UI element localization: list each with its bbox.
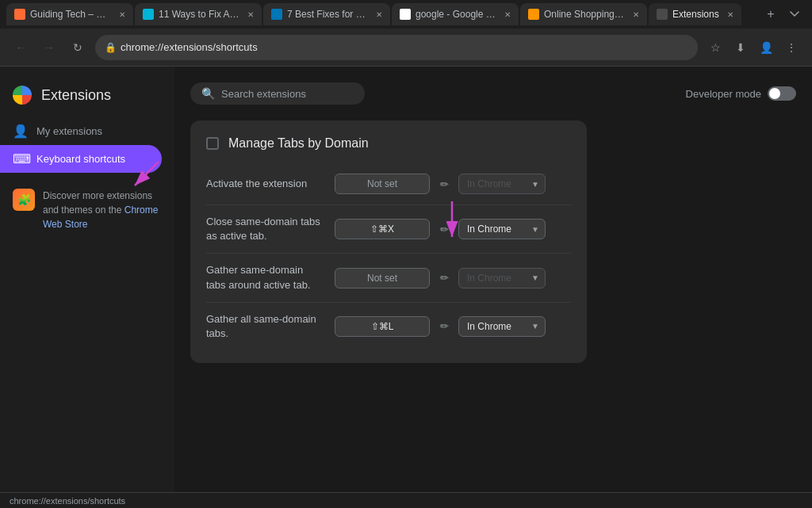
download-icon[interactable]: ⬇ [730,36,752,59]
browser-tab-tab-1[interactable]: Guiding Tech – How To A… ✕ [6,3,133,25]
toolbar-actions: ☆ ⬇ 👤 ⋮ [704,36,802,59]
sidebar-title: Extensions [41,87,111,104]
shortcut-row-gather-all: Gather all same-domain tabs. ✏ In Chrome… [206,306,571,347]
sidebar: Extensions 👤 My extensions ⌨ Keyboard sh… [0,67,174,492]
browser-tab-tab-5[interactable]: Online Shopping Site fo… ✕ [520,3,647,25]
back-button[interactable]: ← [10,36,32,59]
shortcut-row-close-same-domain: Close same-domain tabs as active tab. ✏ … [206,208,571,254]
shortcut-label-gather-same-domain: Gather same-domain tabs around active ta… [206,263,325,292]
shortcut-label-gather-all: Gather all same-domain tabs. [206,312,325,341]
tab-favicon [657,9,668,20]
shortcut-input-close-same-domain[interactable] [335,219,430,239]
tab-bar: Guiding Tech – How To A… ✕ 11 Ways to Fi… [0,0,812,29]
forward-button[interactable]: → [38,36,60,59]
edit-icon-gather-all[interactable]: ✏ [433,315,455,338]
search-wrap: 🔍 [190,82,365,105]
edit-icon-close-same-domain[interactable]: ✏ [433,218,455,240]
new-tab-button[interactable]: + [760,3,782,25]
sidebar-header: Extensions [0,79,174,117]
page-wrapper: Extensions 👤 My extensions ⌨ Keyboard sh… [0,67,812,492]
divider [206,204,571,205]
edit-icon-gather-same-domain[interactable]: ✏ [433,267,455,289]
scope-wrap-activate: In Chrome ▼ [458,174,546,194]
developer-mode-label: Developer mode [686,88,761,100]
tab-title: Guiding Tech – How To A… [30,9,111,20]
nav-icon-keyboard-shortcuts: ⌨ [13,151,29,166]
refresh-button[interactable]: ↻ [67,36,89,59]
chrome-logo [13,86,32,105]
shortcuts-list: Activate the extension ✏ In Chrome ▼ Clo… [206,166,571,347]
page-header: 🔍 Developer mode [190,82,796,105]
sidebar-discover: 🧩 Discover more extensions and themes on… [0,179,174,241]
shortcut-input-wrap-activate: ✏ In Chrome ▼ [335,173,571,195]
developer-mode-toggle-wrap: Developer mode [686,86,796,101]
browser-tab-tab-6[interactable]: Extensions ✕ [649,3,741,25]
tab-close-icon[interactable]: ✕ [376,10,382,19]
search-input[interactable] [221,88,354,100]
shortcut-row-inner: Activate the extension ✏ In Chrome ▼ [206,166,571,201]
status-bar: chrome://extensions/shortcuts [0,492,812,508]
shortcut-row-gather-same-domain: Gather same-domain tabs around active ta… [206,257,571,302]
tab-favicon [271,9,282,20]
tab-favicon [143,9,154,20]
shortcut-input-gather-all[interactable] [335,316,430,337]
shortcut-label-activate: Activate the extension [206,177,325,191]
main-content: Extensions 👤 My extensions ⌨ Keyboard sh… [0,67,812,492]
shortcut-row-inner: Gather same-domain tabs around active ta… [206,257,571,298]
scope-select-close-same-domain[interactable]: In Chrome [458,219,546,239]
status-url: chrome://extensions/shortcuts [10,496,125,506]
sidebar-item-my-extensions[interactable]: 👤 My extensions [0,117,162,145]
tab-title: Online Shopping Site fo… [544,9,625,20]
sidebar-item-keyboard-shortcuts[interactable]: ⌨ Keyboard shortcuts [0,145,162,173]
nav-icon-my-extensions: 👤 [13,124,29,139]
tab-overflow-button[interactable] [783,3,806,25]
shortcut-input-wrap-close-same-domain: ✏ In Chrome ▼ [335,218,571,240]
browser-tab-tab-4[interactable]: google - Google Search ✕ [392,3,519,25]
shortcut-input-wrap-gather-same-domain: ✏ In Chrome ▼ [335,267,571,289]
extension-name: Manage Tabs by Domain [228,136,369,151]
bookmark-icon[interactable]: ☆ [704,36,726,59]
shortcut-label-close-same-domain: Close same-domain tabs as active tab. [206,215,325,243]
address-input-wrap: 🔒 chrome://extensions/shortcuts [95,35,698,60]
scope-wrap-close-same-domain: In Chrome ▼ [458,219,546,239]
tab-favicon [14,9,25,20]
tab-close-icon[interactable]: ✕ [633,10,639,19]
browser-tab-tab-2[interactable]: 11 Ways to Fix Apple Wa… ✕ [135,3,262,25]
search-icon: 🔍 [201,87,215,100]
tab-close-icon[interactable]: ✕ [504,10,511,19]
scope-select-activate: In Chrome [458,174,546,194]
tab-close-icon[interactable]: ✕ [727,10,733,19]
divider [206,302,571,303]
address-bar: ← → ↻ 🔒 chrome://extensions/shortcuts ☆ … [0,29,812,67]
tab-close-icon[interactable]: ✕ [247,10,254,19]
extension-card-header: Manage Tabs by Domain [206,136,571,151]
tab-close-icon[interactable]: ✕ [119,10,125,19]
tab-title: 7 Best Fixes for Link Pre… [287,9,368,20]
shortcut-input-wrap-gather-all: ✏ In Chrome ▼ [335,315,571,338]
shield-icon: 🔒 [105,42,117,53]
shortcut-row-activate: Activate the extension ✏ In Chrome ▼ [206,166,571,205]
extension-card: Manage Tabs by Domain Activate the exten… [190,120,587,363]
page-content: 🔍 Developer mode Manage Tabs by Doma [174,67,812,492]
tab-favicon [400,9,411,20]
tab-title: google - Google Search [416,9,496,20]
menu-icon[interactable]: ⋮ [780,36,802,59]
scope-wrap-gather-same-domain: In Chrome ▼ [458,268,546,288]
nav-label-my-extensions: My extensions [36,125,102,137]
browser-tab-tab-3[interactable]: 7 Best Fixes for Link Pre… ✕ [263,3,390,25]
divider [206,253,571,254]
browser-frame: Guiding Tech – How To A… ✕ 11 Ways to Fi… [0,0,812,508]
tab-title: 11 Ways to Fix Apple Wa… [159,9,239,20]
developer-mode-toggle[interactable] [768,86,796,101]
edit-icon-activate[interactable]: ✏ [433,173,455,195]
tab-title: Extensions [672,9,719,20]
shortcut-input-gather-same-domain[interactable] [335,268,430,288]
scope-select-gather-all[interactable]: In Chrome [458,316,546,337]
shortcut-input-activate[interactable] [335,174,430,194]
address-input[interactable]: chrome://extensions/shortcuts [95,35,698,60]
scope-wrap-gather-all: In Chrome ▼ [458,316,546,337]
extension-checkbox[interactable] [206,137,219,150]
discover-icon: 🧩 [13,189,35,211]
discover-text: Discover more extensions and themes on t… [43,189,162,231]
profile-icon[interactable]: 👤 [755,36,777,59]
